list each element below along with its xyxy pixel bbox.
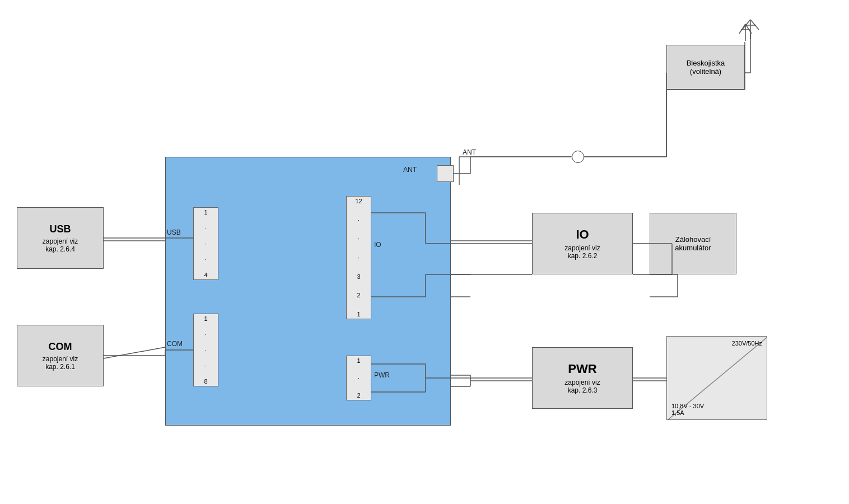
bleskojistka-box: Bleskojistka (volitelná) bbox=[666, 45, 745, 90]
io-connector-label: IO bbox=[374, 241, 381, 249]
com-pin-dot1: · bbox=[196, 331, 216, 338]
bleskojistka-label: Bleskojistka (volitelná) bbox=[687, 59, 725, 76]
usb-pin-dot3: · bbox=[196, 256, 216, 263]
pwr-ext-label-bold: PWR bbox=[568, 362, 596, 376]
pwr-ac-box: 230V/50Hz 10,8V - 30V 1,5A bbox=[666, 336, 767, 420]
pwr-pin-2: 2 bbox=[349, 392, 368, 399]
diagram: Bleskojistka (volitelná) ANT 1 · · · 4 U… bbox=[0, 0, 849, 504]
ant-label2: ANT bbox=[403, 166, 417, 174]
usb-pin-1: 1 bbox=[196, 209, 216, 216]
io-pin-2: 2 bbox=[349, 292, 368, 298]
svg-line-53 bbox=[745, 24, 752, 34]
battery-box: Zálohovací akumulátor bbox=[650, 213, 736, 274]
pwr-pin-dot: · bbox=[349, 375, 368, 381]
com-pin-dot2: · bbox=[196, 347, 216, 353]
io-ext-label-bold: IO bbox=[576, 227, 589, 242]
ant-connector-box bbox=[437, 165, 454, 182]
usb-pin-dot1: · bbox=[196, 225, 216, 231]
com-connector-box: 1 · · · 8 bbox=[193, 314, 218, 386]
usb-pin-4: 4 bbox=[196, 272, 216, 278]
usb-ext-label-bold: USB bbox=[49, 223, 71, 235]
io-pin-3: 3 bbox=[349, 273, 368, 280]
svg-line-1 bbox=[104, 347, 165, 358]
pwr-ac-bottom-label: 10,8V - 30V 1,5A bbox=[671, 403, 704, 416]
io-pin-dot2: · bbox=[349, 235, 368, 242]
usb-ext-box: USB zapojení viz kap. 2.6.4 bbox=[17, 207, 104, 269]
io-pin-dot3: · bbox=[349, 254, 368, 261]
com-pin-dot3: · bbox=[196, 362, 216, 369]
io-pin-1: 1 bbox=[349, 311, 368, 318]
svg-line-52 bbox=[739, 24, 745, 34]
ant-label: ANT bbox=[463, 148, 476, 156]
antenna bbox=[736, 10, 754, 41]
com-ext-box: COM zapojení viz kap. 2.6.1 bbox=[17, 325, 104, 386]
usb-pin-dot2: · bbox=[196, 240, 216, 247]
com-pin-1: 1 bbox=[196, 315, 216, 322]
io-pin-12: 12 bbox=[349, 198, 368, 204]
usb-connector-box: 1 · · · 4 bbox=[193, 207, 218, 280]
battery-label: Zálohovací akumulátor bbox=[675, 235, 711, 252]
pwr-ext-box: PWR zapojení viz kap. 2.6.3 bbox=[532, 347, 633, 409]
pwr-ext-label-sub: zapojení viz kap. 2.6.3 bbox=[565, 379, 600, 394]
usb-connector-label: USB bbox=[167, 228, 181, 236]
com-connector-label: COM bbox=[167, 340, 183, 348]
pwr-pin-1: 1 bbox=[349, 357, 368, 364]
ant-circle-connector bbox=[572, 151, 584, 163]
com-pin-8: 8 bbox=[196, 378, 216, 385]
io-connector-box: 12 · · · 3 2 1 bbox=[346, 196, 371, 319]
io-pin-dot1: · bbox=[349, 217, 368, 223]
pwr-ac-top-label: 230V/50Hz bbox=[732, 340, 762, 347]
io-ext-label-sub: zapojení viz kap. 2.6.2 bbox=[565, 244, 600, 260]
pwr-connector-label: PWR bbox=[374, 371, 390, 379]
com-ext-label-bold: COM bbox=[49, 341, 72, 353]
io-ext-box: IO zapojení viz kap. 2.6.2 bbox=[532, 213, 633, 274]
com-ext-label-sub: zapojení viz kap. 2.6.1 bbox=[43, 355, 78, 371]
pwr-connector-box: 1 · 2 bbox=[346, 356, 371, 400]
usb-ext-label-sub: zapojení viz kap. 2.6.4 bbox=[43, 237, 78, 253]
